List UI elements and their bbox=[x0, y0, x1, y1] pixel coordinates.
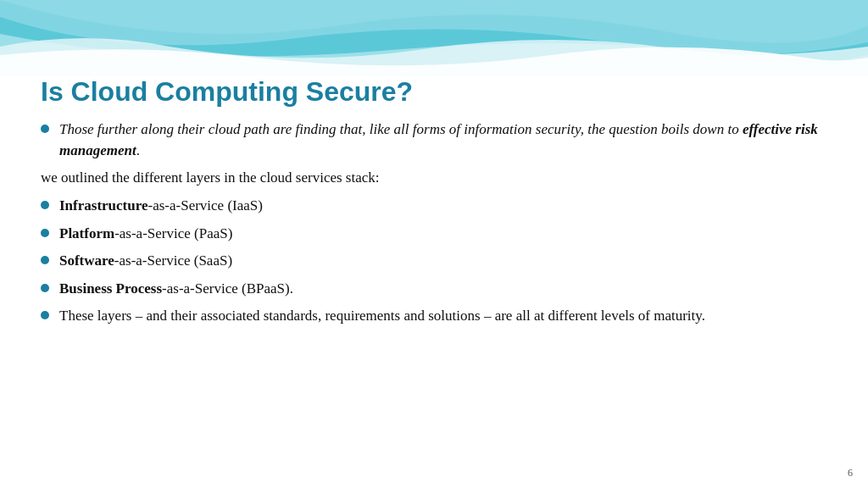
list-item: Those further along their cloud path are… bbox=[41, 119, 834, 161]
bullet1-italic: Those further along their cloud path are… bbox=[59, 121, 743, 137]
list-item-layers: These layers – and their associated stan… bbox=[41, 306, 834, 327]
paas-bold: Platform bbox=[59, 225, 114, 241]
bullet-dot bbox=[41, 256, 49, 264]
list-item-bpaas: Business Process-as-a-Service (BPaaS). bbox=[41, 279, 834, 300]
services-list: Infrastructure-as-a-Service (IaaS) Platf… bbox=[41, 196, 834, 327]
bullet1-end: . bbox=[136, 142, 140, 158]
bullet-dot bbox=[41, 311, 49, 319]
bullet-list: Those further along their cloud path are… bbox=[41, 119, 834, 161]
page-number: 6 bbox=[848, 467, 853, 480]
iaas-normal: -as-a-Service (IaaS) bbox=[148, 197, 263, 214]
intro-paragraph: we outlined the different layers in the … bbox=[41, 168, 834, 189]
slide-title: Is Cloud Computing Secure? bbox=[41, 76, 834, 108]
bullet-dot bbox=[41, 125, 49, 133]
bullet-text-1: Those further along their cloud path are… bbox=[59, 119, 834, 161]
bullet-dot bbox=[41, 229, 49, 237]
iaas-bold: Infrastructure bbox=[59, 197, 148, 214]
bullet-text-6: These layers – and their associated stan… bbox=[59, 306, 834, 327]
bullet-text-5: Business Process-as-a-Service (BPaaS). bbox=[59, 279, 834, 300]
list-item-paas: Platform-as-a-Service (PaaS) bbox=[41, 224, 834, 245]
saas-bold: Software bbox=[59, 252, 114, 269]
list-item-iaas: Infrastructure-as-a-Service (IaaS) bbox=[41, 196, 834, 217]
bullet-dot bbox=[41, 284, 49, 292]
wave-header bbox=[0, 0, 868, 76]
bullet-text-2: Infrastructure-as-a-Service (IaaS) bbox=[59, 196, 834, 217]
bullet-text-4: Software-as-a-Service (SaaS) bbox=[59, 251, 834, 272]
bpaas-bold: Business Process bbox=[59, 280, 162, 297]
paas-normal: -as-a-Service (PaaS) bbox=[114, 225, 232, 241]
bpaas-normal: -as-a-Service (BPaaS). bbox=[162, 280, 293, 297]
list-item-saas: Software-as-a-Service (SaaS) bbox=[41, 251, 834, 272]
bullet-dot bbox=[41, 201, 49, 209]
slide-content: Is Cloud Computing Secure? Those further… bbox=[41, 76, 834, 463]
bullet-text-3: Platform-as-a-Service (PaaS) bbox=[59, 224, 834, 245]
saas-normal: -as-a-Service (SaaS) bbox=[114, 252, 232, 269]
